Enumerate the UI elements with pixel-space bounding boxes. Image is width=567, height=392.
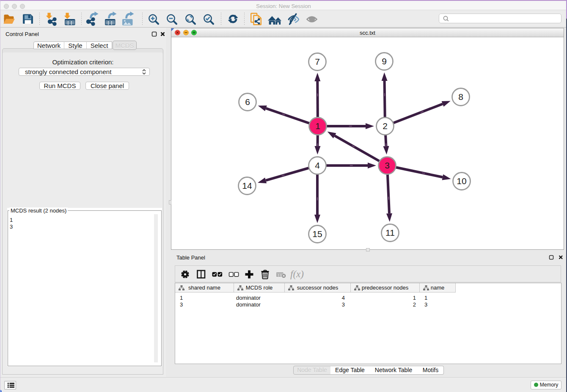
svg-text:8: 8 <box>458 92 463 102</box>
svg-text:7: 7 <box>315 57 320 66</box>
svg-text:15: 15 <box>312 229 322 239</box>
svg-text:9: 9 <box>382 56 387 66</box>
svg-text:1: 1 <box>315 121 320 131</box>
svg-text:11: 11 <box>385 228 395 237</box>
svg-text:14: 14 <box>242 181 252 190</box>
svg-text:3: 3 <box>385 160 390 170</box>
svg-text:f(x): f(x) <box>290 269 304 279</box>
svg-text:10: 10 <box>457 176 466 186</box>
svg-text:6: 6 <box>245 97 250 107</box>
svg-text:4: 4 <box>315 160 320 170</box>
svg-text:2: 2 <box>383 121 388 131</box>
